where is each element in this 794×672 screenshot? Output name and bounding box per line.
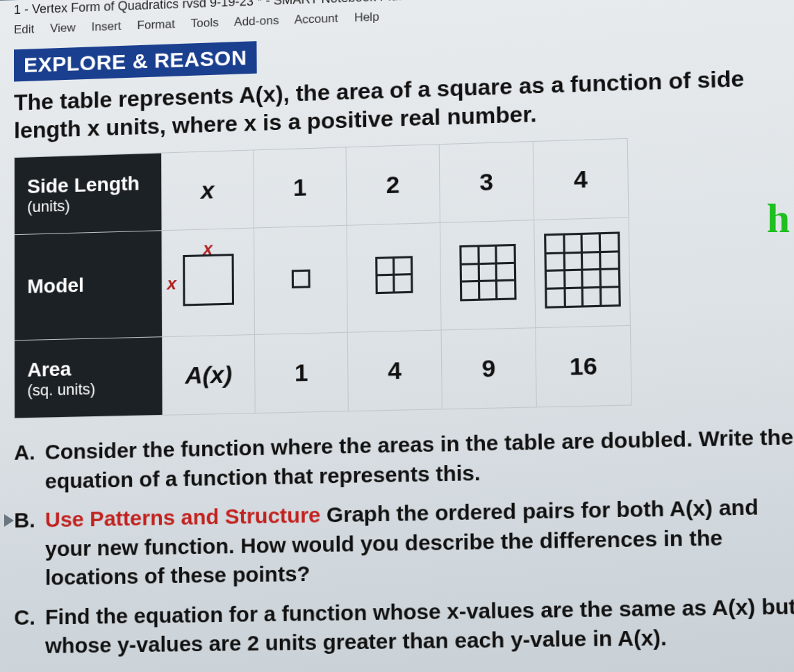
- question-body: Find the equation for a function whose x…: [45, 591, 794, 661]
- cell-model-4: [534, 218, 631, 328]
- table-row: Model x x: [15, 218, 631, 341]
- row-header-sublabel: (units): [27, 195, 149, 216]
- row-header-area: Area (sq. units): [15, 337, 163, 418]
- cell-side-x: x: [161, 150, 254, 231]
- cell-area-9: 9: [441, 328, 536, 409]
- question-letter: C.: [14, 603, 45, 661]
- cell-model-1: [254, 225, 348, 334]
- row-header-label: Area: [27, 358, 71, 381]
- menu-account[interactable]: Account: [295, 12, 338, 26]
- menu-format[interactable]: Format: [137, 17, 175, 32]
- row-header-model: Model: [15, 231, 163, 341]
- cell-model-2: [347, 222, 441, 332]
- question-body: Consider the function where the areas in…: [45, 422, 794, 495]
- square-grid-icon: [544, 231, 621, 309]
- cell-side-3: 3: [439, 142, 534, 223]
- table-row: Area (sq. units) A(x) 1 4 9 16: [15, 325, 632, 418]
- question-b: B. Use Patterns and Structure Graph the …: [14, 492, 794, 593]
- cell-area-16: 16: [536, 325, 631, 407]
- question-body: Use Patterns and Structure Graph the ord…: [45, 492, 794, 593]
- question-letter: B.: [14, 506, 45, 593]
- cell-area-ax: A(x): [163, 334, 256, 415]
- questions-block: A. Consider the function where the areas…: [14, 422, 794, 661]
- square-grid-icon: [183, 254, 234, 306]
- menu-help[interactable]: Help: [354, 10, 379, 24]
- play-icon[interactable]: [4, 514, 14, 527]
- square-grid-icon: [459, 243, 516, 301]
- cell-area-4: 4: [347, 330, 442, 411]
- cell-side-1: 1: [254, 147, 347, 228]
- menu-tools[interactable]: Tools: [191, 16, 219, 31]
- square-grid-icon: [375, 256, 413, 294]
- model-x-label-left: x: [167, 273, 176, 293]
- cell-side-2: 2: [346, 145, 440, 226]
- question-lead: Use Patterns and Structure: [45, 502, 321, 531]
- cell-model-3: [440, 220, 535, 330]
- row-header-label: Side Length: [27, 172, 140, 197]
- row-header-side-length: Side Length (units): [15, 153, 162, 235]
- handwritten-annotation: h: [767, 195, 790, 243]
- cell-model-x: x x: [162, 228, 255, 337]
- menu-edit[interactable]: Edit: [14, 22, 34, 36]
- question-a: A. Consider the function where the areas…: [14, 422, 794, 496]
- data-table: Side Length (units) x 1 2 3 4 Model x x: [14, 138, 632, 419]
- cell-area-1: 1: [254, 332, 348, 413]
- menu-view[interactable]: View: [50, 21, 76, 35]
- row-header-sublabel: (sq. units): [27, 379, 149, 400]
- square-grid-icon: [291, 270, 310, 288]
- question-c: C. Find the equation for a function whos…: [14, 591, 794, 661]
- question-letter: A.: [14, 438, 45, 496]
- menu-insert[interactable]: Insert: [92, 19, 122, 34]
- menu-addons[interactable]: Add-ons: [234, 14, 279, 28]
- cell-side-4: 4: [533, 138, 629, 220]
